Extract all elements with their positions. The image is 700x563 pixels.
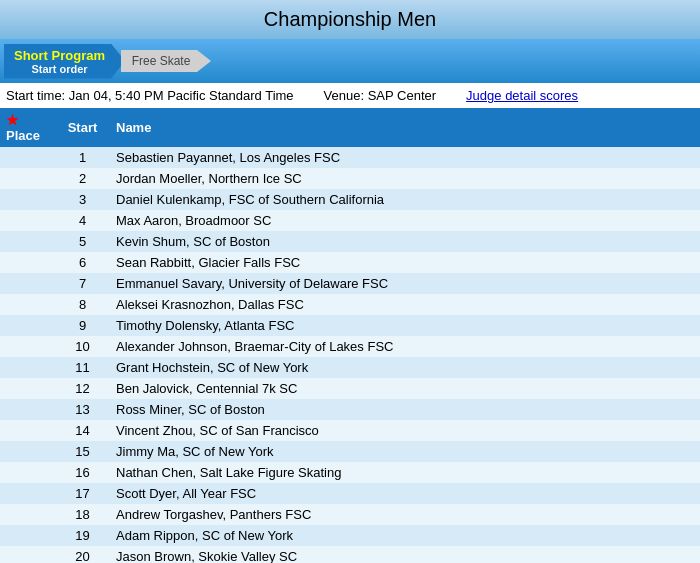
tab-short-program[interactable]: Short Program Start order	[4, 44, 125, 79]
tab-inactive-label: Free Skate	[132, 54, 191, 68]
info-bar: Start time: Jan 04, 5:40 PM Pacific Stan…	[0, 83, 700, 108]
name-cell: Alexander Johnson, Braemar-City of Lakes…	[110, 336, 700, 357]
table-row: 19Adam Rippon, SC of New York	[0, 525, 700, 546]
start-header: Start	[55, 108, 110, 147]
name-cell: Aleksei Krasnozhon, Dallas FSC	[110, 294, 700, 315]
table-row: 20Jason Brown, Skokie Valley SC	[0, 546, 700, 563]
name-cell: Emmanuel Savary, University of Delaware …	[110, 273, 700, 294]
place-cell	[0, 441, 55, 462]
table-row: 13Ross Miner, SC of Boston	[0, 399, 700, 420]
name-cell: Grant Hochstein, SC of New York	[110, 357, 700, 378]
tab-active-sub: Start order	[31, 63, 87, 75]
start-time: Start time: Jan 04, 5:40 PM Pacific Stan…	[6, 88, 294, 103]
start-cell: 19	[55, 525, 110, 546]
page-title: Championship Men	[264, 8, 436, 30]
name-cell: Max Aaron, Broadmoor SC	[110, 210, 700, 231]
place-cell	[0, 336, 55, 357]
place-cell	[0, 147, 55, 168]
place-cell	[0, 420, 55, 441]
name-cell: Andrew Torgashev, Panthers FSC	[110, 504, 700, 525]
start-cell: 9	[55, 315, 110, 336]
name-cell: Kevin Shum, SC of Boston	[110, 231, 700, 252]
start-cell: 20	[55, 546, 110, 563]
tab-free-skate[interactable]: Free Skate	[121, 50, 211, 72]
place-cell	[0, 252, 55, 273]
place-cell	[0, 168, 55, 189]
place-cell	[0, 462, 55, 483]
name-header: Name	[110, 108, 700, 147]
place-cell	[0, 273, 55, 294]
name-cell: Jason Brown, Skokie Valley SC	[110, 546, 700, 563]
place-cell	[0, 189, 55, 210]
name-cell: Jimmy Ma, SC of New York	[110, 441, 700, 462]
start-cell: 10	[55, 336, 110, 357]
name-cell: Ben Jalovick, Centennial 7k SC	[110, 378, 700, 399]
start-cell: 4	[55, 210, 110, 231]
place-cell	[0, 483, 55, 504]
table-row: 3Daniel Kulenkamp, FSC of Southern Calif…	[0, 189, 700, 210]
start-cell: 3	[55, 189, 110, 210]
place-cell	[0, 378, 55, 399]
name-cell: Daniel Kulenkamp, FSC of Southern Califo…	[110, 189, 700, 210]
place-cell	[0, 525, 55, 546]
table-row: 14Vincent Zhou, SC of San Francisco	[0, 420, 700, 441]
place-cell	[0, 294, 55, 315]
table-row: 4Max Aaron, Broadmoor SC	[0, 210, 700, 231]
place-cell	[0, 357, 55, 378]
table-row: 18Andrew Torgashev, Panthers FSC	[0, 504, 700, 525]
name-cell: Jordan Moeller, Northern Ice SC	[110, 168, 700, 189]
start-cell: 18	[55, 504, 110, 525]
nav-bar: Short Program Start order Free Skate	[0, 39, 700, 83]
start-cell: 12	[55, 378, 110, 399]
table-row: 2Jordan Moeller, Northern Ice SC	[0, 168, 700, 189]
venue: Venue: SAP Center	[324, 88, 437, 103]
start-cell: 8	[55, 294, 110, 315]
table-row: 16Nathan Chen, Salt Lake Figure Skating	[0, 462, 700, 483]
name-cell: Timothy Dolensky, Atlanta FSC	[110, 315, 700, 336]
table-row: 7Emmanuel Savary, University of Delaware…	[0, 273, 700, 294]
name-cell: Ross Miner, SC of Boston	[110, 399, 700, 420]
star-icon: ★	[6, 112, 19, 128]
judge-detail-scores-link[interactable]: Judge detail scores	[466, 88, 578, 103]
start-cell: 2	[55, 168, 110, 189]
table-row: 6Sean Rabbitt, Glacier Falls FSC	[0, 252, 700, 273]
start-cell: 17	[55, 483, 110, 504]
name-cell: Sebastien Payannet, Los Angeles FSC	[110, 147, 700, 168]
start-cell: 16	[55, 462, 110, 483]
table-row: 1Sebastien Payannet, Los Angeles FSC	[0, 147, 700, 168]
table-row: 15Jimmy Ma, SC of New York	[0, 441, 700, 462]
start-cell: 6	[55, 252, 110, 273]
start-cell: 14	[55, 420, 110, 441]
place-cell	[0, 210, 55, 231]
start-cell: 11	[55, 357, 110, 378]
table-row: 12Ben Jalovick, Centennial 7k SC	[0, 378, 700, 399]
table-row: 9Timothy Dolensky, Atlanta FSC	[0, 315, 700, 336]
table-row: 11Grant Hochstein, SC of New York	[0, 357, 700, 378]
place-header: ★ Place	[0, 108, 55, 147]
place-cell	[0, 315, 55, 336]
start-cell: 13	[55, 399, 110, 420]
place-cell	[0, 399, 55, 420]
start-cell: 1	[55, 147, 110, 168]
table-row: 17Scott Dyer, All Year FSC	[0, 483, 700, 504]
name-cell: Adam Rippon, SC of New York	[110, 525, 700, 546]
table-row: 8Aleksei Krasnozhon, Dallas FSC	[0, 294, 700, 315]
table-row: 10Alexander Johnson, Braemar-City of Lak…	[0, 336, 700, 357]
name-cell: Vincent Zhou, SC of San Francisco	[110, 420, 700, 441]
name-cell: Scott Dyer, All Year FSC	[110, 483, 700, 504]
table-container: ★ Place Start Name 1Sebastien Payannet, …	[0, 108, 700, 563]
start-cell: 5	[55, 231, 110, 252]
title-bar: Championship Men	[0, 0, 700, 39]
place-cell	[0, 546, 55, 563]
table-row: 5Kevin Shum, SC of Boston	[0, 231, 700, 252]
name-cell: Sean Rabbitt, Glacier Falls FSC	[110, 252, 700, 273]
place-cell	[0, 231, 55, 252]
place-cell	[0, 504, 55, 525]
name-cell: Nathan Chen, Salt Lake Figure Skating	[110, 462, 700, 483]
start-cell: 15	[55, 441, 110, 462]
tab-active-label: Short Program	[14, 48, 105, 63]
start-cell: 7	[55, 273, 110, 294]
